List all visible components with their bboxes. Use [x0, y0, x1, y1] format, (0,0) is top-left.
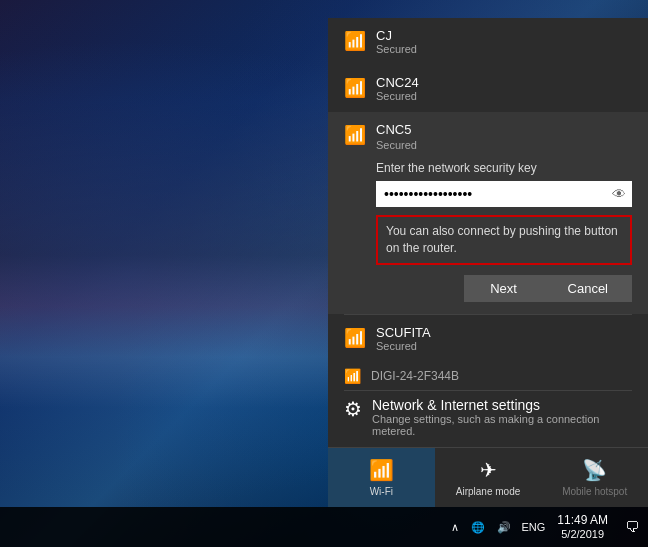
wifi-signal-icon-digi: 📶 — [344, 368, 361, 384]
wifi-signal-icon: 📶 — [344, 30, 366, 52]
quick-action-airplane[interactable]: ✈ Airplane mode — [435, 448, 542, 507]
security-key-input-wrap: 👁 — [376, 181, 632, 207]
wifi-cnc5-status: Secured — [376, 139, 632, 151]
wifi-signal-icon-scufita: 📶 — [344, 327, 366, 349]
wallpaper-art — [0, 0, 340, 510]
clock-area[interactable]: 11:49 AM 5/2/2019 — [549, 507, 616, 547]
wifi-cj-info: CJ Secured — [376, 28, 632, 55]
wifi-cj-status: Secured — [376, 43, 632, 55]
tray-globe-icon[interactable]: 🌐 — [465, 507, 491, 547]
wifi-cj-name: CJ — [376, 28, 632, 43]
show-password-icon[interactable]: 👁 — [612, 186, 626, 202]
quick-actions: 📶 Wi-Fi ✈ Airplane mode 📡 Mobile hotspot — [328, 447, 648, 507]
wifi-network-cj[interactable]: 📶 CJ Secured — [328, 18, 648, 65]
wifi-scufita-name: SCUFITA — [376, 325, 632, 340]
tray-volume-icon[interactable]: 🔊 — [491, 507, 517, 547]
airplane-quick-icon: ✈ — [480, 458, 497, 482]
wifi-panel: 📶 CJ Secured 📶 CNC24 Secured 📶 CNC5 Secu… — [328, 18, 648, 507]
system-tray: ∧ 🌐 🔊 ENG 11:49 AM 5/2/2019 🗨 — [445, 507, 648, 547]
clock-date: 5/2/2019 — [561, 528, 604, 541]
tray-eng-label[interactable]: ENG — [517, 507, 549, 547]
taskbar: ∧ 🌐 🔊 ENG 11:49 AM 5/2/2019 🗨 — [0, 507, 648, 547]
wifi-cnc24-name: CNC24 — [376, 75, 632, 90]
wifi-network-cnc24[interactable]: 📶 CNC24 Secured — [328, 65, 648, 112]
network-settings-item[interactable]: ⚙ Network & Internet settings Change set… — [328, 391, 648, 443]
quick-action-hotspot[interactable]: 📡 Mobile hotspot — [541, 448, 648, 507]
next-button[interactable]: Next — [464, 275, 544, 302]
router-hint-box: You can also connect by pushing the butt… — [376, 215, 632, 265]
network-settings-info: Network & Internet settings Change setti… — [372, 397, 632, 437]
wifi-network-digi[interactable]: 📶 DIGI-24-2F344B — [328, 362, 648, 390]
wifi-cnc5-body: CNC5 Secured Enter the network security … — [376, 122, 632, 314]
hotspot-quick-label: Mobile hotspot — [562, 486, 627, 497]
wifi-network-scufita[interactable]: 📶 SCUFITA Secured — [328, 315, 648, 362]
wifi-actions: Next Cancel — [376, 275, 632, 314]
wifi-signal-icon-cnc24: 📶 — [344, 77, 366, 99]
wifi-cnc5-name: CNC5 — [376, 122, 632, 137]
security-key-input[interactable] — [376, 181, 632, 207]
hotspot-quick-icon: 📡 — [582, 458, 607, 482]
tray-up-arrow[interactable]: ∧ — [445, 507, 465, 547]
wifi-digi-name: DIGI-24-2F344B — [371, 369, 459, 383]
wifi-scufita-status: Secured — [376, 340, 632, 352]
wifi-network-cnc5-expanded: 📶 CNC5 Secured Enter the network securit… — [328, 112, 648, 314]
wifi-signal-icon-cnc5: 📶 — [344, 124, 366, 146]
wifi-quick-label: Wi-Fi — [370, 486, 393, 497]
wifi-cnc24-info: CNC24 Secured — [376, 75, 632, 102]
wifi-cnc24-status: Secured — [376, 90, 632, 102]
network-settings-icon: ⚙ — [344, 397, 362, 421]
network-settings-label: Network & Internet settings — [372, 397, 632, 413]
router-hint-text: You can also connect by pushing the butt… — [386, 224, 618, 255]
clock-time: 11:49 AM — [557, 513, 608, 527]
network-settings-desc: Change settings, such as making a connec… — [372, 413, 632, 437]
security-key-label: Enter the network security key — [376, 161, 632, 175]
notification-button[interactable]: 🗨 — [616, 511, 648, 543]
airplane-quick-label: Airplane mode — [456, 486, 520, 497]
wifi-quick-icon: 📶 — [369, 458, 394, 482]
cancel-button[interactable]: Cancel — [544, 275, 632, 302]
wifi-scufita-info: SCUFITA Secured — [376, 325, 632, 352]
quick-action-wifi[interactable]: 📶 Wi-Fi — [328, 448, 435, 507]
